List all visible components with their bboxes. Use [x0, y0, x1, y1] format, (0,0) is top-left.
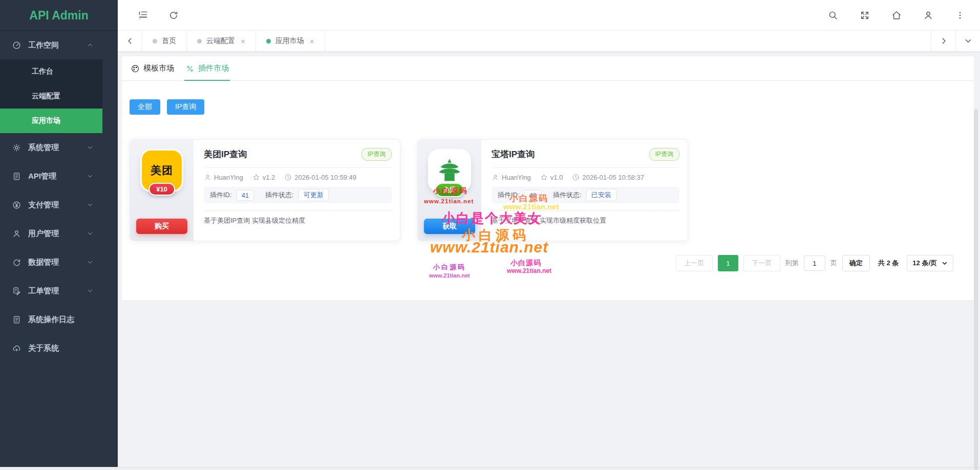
home-icon[interactable] — [890, 9, 903, 22]
clock-icon — [284, 174, 292, 181]
filter-ip-button[interactable]: IP查询 — [167, 99, 204, 115]
card-left-panel: 免费 获取 — [418, 140, 481, 241]
sidebar-item-api-mgmt[interactable]: API管理 — [0, 162, 102, 190]
tabbar-spacer — [325, 31, 931, 51]
tabs-scroll-left-icon[interactable] — [118, 31, 142, 51]
plugin-info-bar: 插件ID: 40 插件状态: 已安装 — [492, 187, 679, 203]
chevron-down-icon — [87, 202, 93, 208]
filter-all-button[interactable]: 全部 — [130, 99, 160, 115]
page-tab-home[interactable]: 首页 — [142, 31, 187, 51]
get-button[interactable]: 获取 — [424, 219, 475, 234]
more-kebab-icon[interactable] — [953, 9, 967, 22]
plugin-id-value: 40 — [524, 190, 542, 201]
jump-prefix-label: 到第 — [785, 259, 799, 268]
user-avatar-icon[interactable] — [922, 9, 935, 22]
sidebar-item-user-mgmt[interactable]: 用户管理 — [0, 219, 102, 248]
page-1-button[interactable]: 1 — [718, 255, 738, 271]
sidebar-item-label: 系统管理 — [28, 143, 59, 153]
tab-plugin-market[interactable]: 插件市场 — [184, 56, 230, 80]
topbar-right — [826, 9, 980, 22]
confirm-button[interactable]: 确定 — [842, 255, 870, 271]
sidebar-item-workbench[interactable]: 工作台 — [0, 59, 102, 84]
topbar-left — [118, 9, 180, 22]
sidebar-menu: 工作空间 工作台 云端配置 应用市场 系统管理 — [0, 31, 102, 362]
sidebar-item-cloud-config[interactable]: 云端配置 — [0, 84, 102, 109]
prev-page-button[interactable]: 上一页 — [676, 255, 713, 271]
buy-button[interactable]: 购买 — [136, 219, 187, 234]
free-badge: 免费 — [435, 183, 464, 197]
next-page-button[interactable]: 下一页 — [743, 255, 780, 271]
dashed-divider — [204, 210, 392, 211]
star-icon — [252, 174, 260, 181]
jump-page-input[interactable] — [804, 255, 825, 271]
sidebar-item-label: 工作台 — [32, 67, 53, 76]
page-tab-cloud-config[interactable]: 云端配置 × — [187, 31, 256, 51]
refresh-icon[interactable] — [167, 9, 180, 22]
tab-dot-active — [266, 39, 271, 44]
sidebar-item-app-market[interactable]: 应用市场 — [0, 109, 102, 133]
sidebar-item-label: 数据管理 — [28, 258, 59, 267]
baota-pagoda-icon — [436, 157, 463, 184]
plugin-icon — [185, 64, 195, 73]
card-left-panel: 美团 ¥10 购买 — [130, 140, 194, 241]
sidebar-item-label: 云端配置 — [32, 92, 60, 101]
app-logo: API Admin — [0, 0, 118, 31]
total-count-label: 共 2 条 — [878, 259, 899, 268]
plugin-info-bar: 插件ID: 41 插件状态: 可更新 — [204, 187, 392, 203]
page-tabbar: 首页 云端配置 × 应用市场 × — [118, 31, 980, 52]
sidebar-collapse-icon[interactable] — [136, 9, 150, 22]
sidebar-item-data-mgmt[interactable]: 数据管理 — [0, 248, 102, 276]
author-meta: HuanYing — [204, 174, 243, 181]
price-badge: ¥10 — [148, 183, 175, 196]
plugin-id-label: 插件ID: — [498, 190, 520, 200]
dashboard-icon — [12, 41, 21, 50]
tabs-menu-chevron-icon[interactable] — [955, 31, 980, 51]
sidebar-item-ticket-mgmt[interactable]: 工单管理 — [0, 276, 102, 305]
tab-template-market[interactable]: 模板市场 — [130, 56, 175, 80]
author-icon — [492, 174, 499, 181]
vertical-scrollbar[interactable] — [974, 109, 978, 470]
close-icon[interactable]: × — [310, 37, 314, 46]
plugin-title: 宝塔IP查询 — [492, 148, 535, 160]
sidebar-item-label: 用户管理 — [28, 229, 59, 239]
search-icon[interactable] — [826, 9, 840, 22]
sidebar-item-system-logs[interactable]: 系统操作日志 — [0, 305, 102, 334]
close-icon[interactable]: × — [241, 37, 245, 46]
chevron-down-icon — [87, 230, 93, 237]
plugin-status-value[interactable]: 已安装 — [586, 189, 616, 201]
sidebar-item-about[interactable]: 关于系统 — [0, 334, 102, 362]
gear-icon — [12, 143, 21, 152]
sidebar-item-payment-mgmt[interactable]: 支付管理 — [0, 190, 102, 219]
category-tag[interactable]: IP查询 — [649, 148, 679, 161]
category-tag[interactable]: IP查询 — [361, 148, 392, 161]
chevron-down-icon — [87, 144, 93, 151]
jump-suffix-label: 页 — [830, 259, 837, 268]
fullscreen-icon[interactable] — [858, 9, 871, 22]
market-tab-label: 模板市场 — [143, 63, 174, 73]
version-meta: v1.2 — [252, 174, 275, 181]
author-meta: HuanYing — [492, 174, 531, 181]
tabs-scroll-right-icon[interactable] — [931, 31, 955, 51]
sidebar-item-workspace[interactable]: 工作空间 — [0, 31, 102, 59]
sidebar-item-label: 系统操作日志 — [28, 315, 74, 325]
page-tab-app-market[interactable]: 应用市场 × — [256, 31, 325, 51]
plugin-id-label: 插件ID: — [210, 190, 232, 200]
sidebar-item-system-mgmt[interactable]: 系统管理 — [0, 133, 102, 162]
plugin-card-baota: 免费 获取 宝塔IP查询 IP查询 HuanYing — [417, 139, 688, 241]
plugin-meta: HuanYing v1.0 2026-01-05 10:58:37 — [492, 174, 679, 181]
main-content: 模板市场 插件市场 全部 IP查询 美团 ¥10 购买 — [118, 52, 980, 470]
user-icon — [12, 229, 21, 238]
chevron-down-icon — [87, 288, 93, 294]
page-tab-label: 云端配置 — [206, 36, 235, 46]
chevron-up-icon — [87, 42, 93, 48]
plugin-status-value[interactable]: 可更新 — [299, 189, 329, 201]
card-body: 宝塔IP查询 IP查询 HuanYing v1.0 — [481, 140, 688, 241]
page-size-select[interactable]: 12 条/页 — [907, 255, 953, 271]
sidebar: API Admin 工作空间 工作台 云端配置 应用市场 — [0, 0, 118, 467]
dashed-divider — [492, 210, 679, 211]
plugin-cards: 美团 ¥10 购买 美团IP查询 IP查询 HuanYing — [130, 139, 974, 241]
log-document-icon — [12, 315, 21, 324]
updated-meta: 2026-01-05 10:58:37 — [572, 174, 644, 181]
cloud-upload-icon — [12, 344, 21, 353]
plugin-id-value: 41 — [237, 190, 254, 201]
